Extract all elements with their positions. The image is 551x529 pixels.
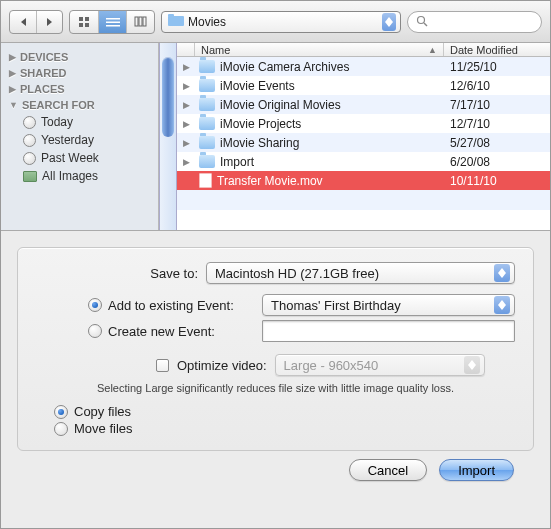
location-popup[interactable]: Movies — [161, 11, 401, 33]
disclosure-right-icon: ▶ — [9, 52, 16, 62]
image-icon — [23, 171, 37, 182]
forward-button[interactable] — [36, 11, 62, 33]
svg-rect-3 — [85, 23, 89, 27]
svg-point-12 — [418, 16, 425, 23]
disclosure-right-icon: ▶ — [9, 84, 16, 94]
column-view-button[interactable] — [126, 11, 154, 33]
list-view-button[interactable] — [98, 11, 126, 33]
file-browser: ▶DEVICES ▶SHARED ▶PLACES ▼SEARCH FOR Tod… — [1, 43, 550, 231]
disclosure-down-icon: ▼ — [9, 100, 18, 110]
search-input[interactable] — [432, 15, 533, 29]
add-existing-label: Add to existing Event: — [108, 298, 256, 313]
options-panel: Save to: Macintosh HD (27.1GB free) Add … — [17, 247, 534, 451]
sidebar-item-past-week[interactable]: Past Week — [1, 149, 158, 167]
save-to-dropdown[interactable]: Macintosh HD (27.1GB free) — [206, 262, 515, 284]
optimize-dropdown: Large - 960x540 — [275, 354, 485, 376]
svg-line-13 — [424, 23, 427, 26]
table-row[interactable]: ▶Import6/20/08 — [177, 152, 550, 171]
svg-rect-5 — [106, 21, 120, 23]
table-row[interactable]: ▶iMovie Camera Archives11/25/10 — [177, 57, 550, 76]
sidebar: ▶DEVICES ▶SHARED ▶PLACES ▼SEARCH FOR Tod… — [1, 43, 159, 230]
copy-files-label: Copy files — [74, 404, 131, 419]
folder-icon — [199, 79, 215, 92]
import-dialog: Movies ▶DEVICES ▶SHARED ▶PLACES ▼SEARCH … — [0, 0, 551, 529]
folder-icon — [199, 155, 215, 168]
column-header-date[interactable]: Date Modified — [444, 43, 550, 56]
sidebar-section-shared[interactable]: ▶SHARED — [1, 65, 158, 81]
table-row — [177, 190, 550, 210]
move-files-radio[interactable] — [54, 422, 68, 436]
popup-arrows-icon — [494, 264, 510, 282]
view-group — [69, 10, 155, 34]
scrollbar-thumb[interactable] — [162, 57, 174, 137]
sidebar-item-yesterday[interactable]: Yesterday — [1, 131, 158, 149]
sort-asc-icon: ▲ — [428, 45, 437, 55]
folder-icon — [199, 98, 215, 111]
sidebar-section-devices[interactable]: ▶DEVICES — [1, 49, 158, 65]
icon-view-button[interactable] — [70, 11, 98, 33]
svg-rect-6 — [106, 25, 120, 27]
options-area: Save to: Macintosh HD (27.1GB free) Add … — [1, 231, 550, 528]
save-to-label: Save to: — [36, 266, 206, 281]
svg-rect-4 — [106, 18, 120, 20]
dialog-footer: Cancel Import — [17, 451, 534, 481]
popup-arrows-icon — [382, 13, 396, 31]
create-new-radio[interactable] — [88, 324, 102, 338]
table-row[interactable]: ▶iMovie Events12/6/10 — [177, 76, 550, 95]
popup-arrows-icon — [494, 296, 510, 314]
svg-rect-9 — [143, 17, 146, 26]
file-icon — [199, 173, 212, 188]
table-row[interactable]: ▶iMovie Original Movies7/17/10 — [177, 95, 550, 114]
toolbar: Movies — [1, 1, 550, 43]
folder-icon — [168, 13, 184, 31]
svg-rect-7 — [135, 17, 138, 26]
svg-rect-2 — [79, 23, 83, 27]
folder-icon — [199, 117, 215, 130]
svg-rect-0 — [79, 17, 83, 21]
clock-icon — [23, 152, 36, 165]
table-row — [177, 210, 550, 230]
svg-rect-8 — [139, 17, 142, 26]
new-event-input[interactable] — [262, 320, 515, 342]
location-label: Movies — [188, 15, 378, 29]
add-existing-radio[interactable] — [88, 298, 102, 312]
sidebar-item-all-images[interactable]: All Images — [1, 167, 158, 185]
table-row-selected[interactable]: Transfer Movie.mov10/11/10 — [177, 171, 550, 190]
file-scrollbar[interactable] — [159, 43, 177, 230]
search-field[interactable] — [407, 11, 542, 33]
popup-arrows-icon — [464, 356, 480, 374]
sidebar-section-places[interactable]: ▶PLACES — [1, 81, 158, 97]
sidebar-item-today[interactable]: Today — [1, 113, 158, 131]
existing-event-dropdown[interactable]: Thomas' First Birthday — [262, 294, 515, 316]
table-row[interactable]: ▶iMovie Projects12/7/10 — [177, 114, 550, 133]
optimize-hint: Selecting Large significantly reduces fi… — [36, 382, 515, 394]
import-button[interactable]: Import — [439, 459, 514, 481]
copy-files-radio[interactable] — [54, 405, 68, 419]
svg-rect-11 — [168, 14, 174, 17]
nav-group — [9, 10, 63, 34]
sidebar-section-search-for[interactable]: ▼SEARCH FOR — [1, 97, 158, 113]
column-header-name[interactable]: Name▲ — [195, 43, 444, 56]
svg-rect-1 — [85, 17, 89, 21]
folder-icon — [199, 60, 215, 73]
clock-icon — [23, 116, 36, 129]
optimize-checkbox[interactable] — [156, 359, 169, 372]
create-new-label: Create new Event: — [108, 324, 256, 339]
table-row[interactable]: ▶iMovie Sharing5/27/08 — [177, 133, 550, 152]
optimize-label: Optimize video: — [177, 358, 267, 373]
svg-rect-10 — [168, 16, 184, 26]
clock-icon — [23, 134, 36, 147]
disclosure-right-icon: ▶ — [9, 68, 16, 78]
folder-icon — [199, 136, 215, 149]
search-icon — [416, 13, 428, 31]
file-rows: ▶iMovie Camera Archives11/25/10 ▶iMovie … — [177, 57, 550, 230]
cancel-button[interactable]: Cancel — [349, 459, 427, 481]
move-files-label: Move files — [74, 421, 133, 436]
column-headers: Name▲ Date Modified — [177, 43, 550, 57]
back-button[interactable] — [10, 11, 36, 33]
